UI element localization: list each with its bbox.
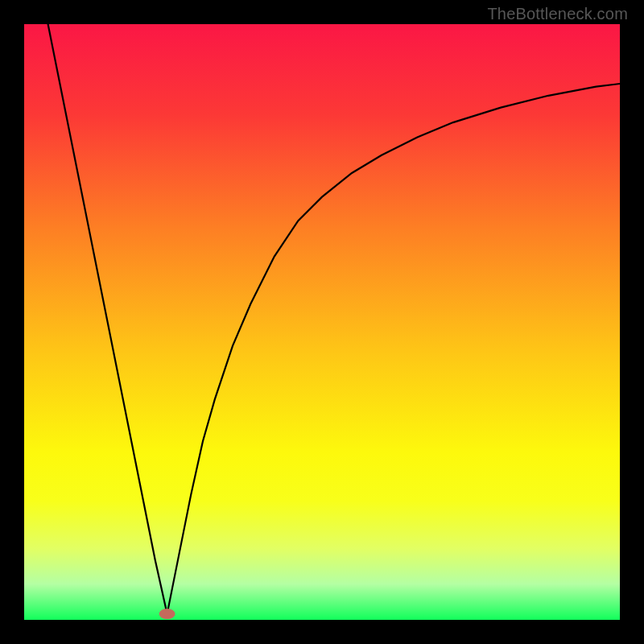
chart-frame: TheBottleneck.com: [0, 0, 644, 644]
gradient-background: [24, 24, 620, 620]
chart-svg: [24, 24, 620, 620]
watermark-text: TheBottleneck.com: [487, 5, 628, 23]
min-point-marker: [159, 609, 175, 619]
plot-area: [24, 24, 620, 620]
minimum-marker: [159, 609, 175, 619]
